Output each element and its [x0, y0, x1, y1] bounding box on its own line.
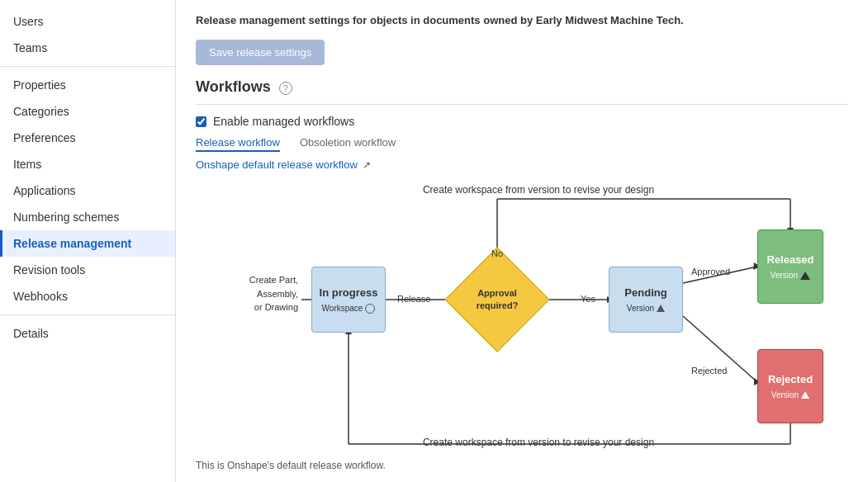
node-pending: Pending Version [609, 267, 683, 333]
sidebar-item-numbering-schemes[interactable]: Numbering schemes [0, 204, 175, 230]
sidebar-item-teams[interactable]: Teams [0, 35, 175, 61]
section-divider [196, 104, 848, 105]
sidebar-item-applications[interactable]: Applications [0, 177, 175, 204]
main-content: Release management settings for objects … [176, 0, 868, 482]
node-in-progress: In progress Workspace [311, 267, 386, 333]
node-released: Released Version [757, 229, 823, 304]
node-rejected: Rejected Version [757, 349, 823, 423]
released-triangle-icon [800, 272, 810, 280]
diagram-top-label: Create workspace from version to revise … [245, 184, 832, 196]
release-edge-label: Release [397, 294, 430, 304]
footer-note: This is Onshape's default release workfl… [196, 460, 848, 471]
sidebar-item-properties[interactable]: Properties [0, 72, 175, 98]
save-release-settings-button[interactable]: Save release settings [196, 40, 325, 65]
tab-obsoletion-workflow[interactable]: Obsoletion workflow [300, 136, 396, 152]
create-label: Create Part, Assembly, or Drawing [207, 273, 298, 314]
enable-workflows-checkbox[interactable] [196, 116, 206, 127]
workflow-diagram: Create workspace from version to revise … [196, 184, 840, 456]
description-text: Release management settings for objects … [196, 13, 848, 28]
sidebar-divider-1 [0, 66, 175, 67]
sidebar-item-users[interactable]: Users [0, 8, 175, 35]
enable-workflows-label: Enable managed workflows [213, 115, 354, 128]
workflow-tabs: Release workflow Obsoletion workflow [196, 136, 848, 152]
pending-triangle-icon [657, 305, 665, 312]
no-label: No [491, 248, 503, 258]
sidebar: Users Teams Properties Categories Prefer… [0, 0, 176, 482]
sidebar-item-release-management[interactable]: Release management [0, 230, 175, 257]
yes-label: Yes [581, 294, 595, 304]
sidebar-item-webhooks[interactable]: Webhooks [0, 283, 175, 310]
sidebar-item-items[interactable]: Items [0, 151, 175, 177]
rejected-triangle-icon [801, 391, 809, 399]
rejected-edge-label: Rejected [691, 366, 727, 376]
approved-edge-label: Approved [691, 267, 730, 276]
help-icon[interactable]: ? [279, 82, 292, 95]
node-approval-diamond [444, 248, 549, 352]
enable-workflows-row: Enable managed workflows [196, 115, 848, 128]
sidebar-divider-2 [0, 314, 175, 315]
tab-release-workflow[interactable]: Release workflow [196, 136, 280, 152]
sidebar-item-revision-tools[interactable]: Revision tools [0, 257, 175, 283]
sidebar-item-preferences[interactable]: Preferences [0, 125, 175, 151]
diagram-bottom-label: Create workspace from version to revise … [245, 437, 832, 448]
external-link-icon: ↗︎ [363, 159, 371, 171]
sidebar-item-details[interactable]: Details [0, 320, 175, 347]
workflows-title: Workflows [196, 78, 271, 96]
workflow-link-label: Onshape default release workflow [196, 158, 358, 171]
workflow-link-row: Onshape default release workflow ↗︎ [196, 158, 848, 171]
sidebar-item-categories[interactable]: Categories [0, 98, 175, 125]
workspace-circle-icon [365, 304, 375, 314]
workflows-header: Workflows ? [196, 78, 848, 96]
